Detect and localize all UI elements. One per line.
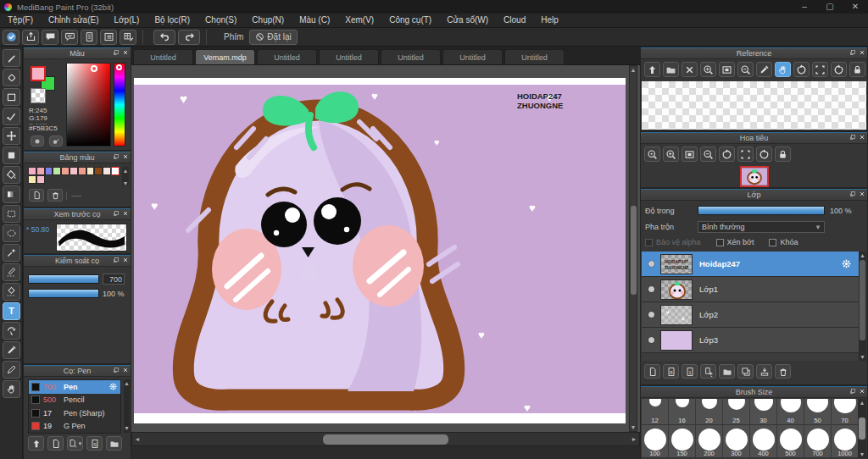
close-icon[interactable] bbox=[859, 49, 865, 56]
menu-item-4[interactable]: Chọn(S) bbox=[198, 14, 244, 27]
layer-row-lớp3[interactable]: Lớp3 bbox=[642, 328, 859, 353]
navigator-zoom-out-button[interactable] bbox=[700, 147, 716, 162]
menu-item-8[interactable]: Công cụ(T) bbox=[381, 14, 439, 27]
toolbar-list-settings-button[interactable] bbox=[100, 30, 117, 45]
menu-item-2[interactable]: Lớp(L) bbox=[107, 14, 147, 27]
navigator-zoom-fit-button[interactable] bbox=[682, 147, 698, 162]
reference-rotate-cw-button[interactable] bbox=[831, 62, 847, 77]
popout-icon[interactable] bbox=[849, 49, 856, 56]
reset-button[interactable]: Đặt lại bbox=[249, 30, 297, 45]
brush-size-12[interactable]: 12 bbox=[642, 399, 669, 424]
brush-size-16[interactable]: 16 bbox=[669, 399, 696, 424]
popout-icon[interactable] bbox=[849, 388, 856, 395]
toolbar-grid-edit-button[interactable] bbox=[120, 30, 136, 45]
popout-icon[interactable] bbox=[113, 49, 120, 56]
reference-close-button[interactable] bbox=[682, 62, 698, 77]
navigator-thumbnail[interactable] bbox=[740, 166, 769, 187]
brush-list-scrollbar[interactable]: ▲▼ bbox=[124, 379, 130, 433]
tool-lasso[interactable] bbox=[3, 224, 20, 242]
foreground-color-swatch[interactable] bbox=[31, 66, 46, 81]
brush-size-50[interactable]: 50 bbox=[804, 399, 832, 424]
palette-new-button[interactable] bbox=[29, 189, 44, 202]
layer-visibility-toggle[interactable] bbox=[642, 312, 660, 318]
reference-upload-button[interactable] bbox=[644, 62, 660, 77]
layer-row-hoidap247[interactable]: HOIDAP247ZHUONGNEHoidap247 bbox=[642, 252, 859, 277]
navigator-zoom-actual-button[interactable] bbox=[644, 147, 660, 162]
minimize-button[interactable]: – bbox=[792, 0, 817, 14]
brush-size-300[interactable]: 300 bbox=[723, 425, 750, 457]
palette-swatch[interactable] bbox=[36, 167, 45, 175]
palette-swatch[interactable] bbox=[94, 167, 103, 175]
horizontal-scrollbar[interactable]: ◄ ► bbox=[131, 432, 640, 446]
document-tab-4[interactable]: Untitled bbox=[381, 49, 441, 64]
popout-icon[interactable] bbox=[113, 367, 120, 373]
layer-scrollbar[interactable]: ▲▼ bbox=[859, 252, 866, 361]
brush-size-25[interactable]: 25 bbox=[723, 399, 750, 424]
tool-select[interactable] bbox=[3, 205, 20, 223]
tool-hand[interactable] bbox=[3, 380, 20, 398]
close-icon[interactable] bbox=[122, 49, 129, 56]
close-button[interactable]: ✕ bbox=[843, 0, 868, 14]
tool-select-pen[interactable] bbox=[3, 263, 20, 281]
palette-swatch[interactable] bbox=[36, 175, 45, 184]
close-icon[interactable] bbox=[859, 191, 865, 197]
brush-size-700[interactable]: 700 bbox=[804, 425, 832, 457]
checkbox-box[interactable] bbox=[769, 239, 776, 246]
menu-item-7[interactable]: Xem(V) bbox=[337, 14, 381, 27]
sv-marker[interactable] bbox=[91, 65, 97, 72]
layer-row-lớp1[interactable]: Lớp1 bbox=[642, 277, 859, 302]
navigator-rotate-cw-button[interactable] bbox=[756, 147, 772, 162]
color-mix-button[interactable] bbox=[31, 135, 44, 147]
checkbox-b-o-v-alpha[interactable]: Bảo vệ alpha bbox=[645, 238, 701, 246]
menu-item-3[interactable]: Bộ lọc(R) bbox=[147, 14, 198, 27]
tool-rectangle[interactable] bbox=[3, 88, 20, 106]
popout-icon[interactable] bbox=[849, 191, 856, 197]
tool-div-tool[interactable] bbox=[3, 361, 20, 379]
hue-marker[interactable] bbox=[116, 64, 122, 70]
brush-size-value[interactable]: 700 bbox=[103, 274, 125, 285]
layer-visibility-toggle[interactable] bbox=[642, 337, 660, 343]
palette-swatch[interactable] bbox=[61, 167, 70, 175]
brush-item-pen[interactable]: 700Pen bbox=[29, 380, 120, 394]
layer-opacity-slider[interactable] bbox=[698, 206, 825, 215]
tool-magic-wand[interactable] bbox=[3, 244, 20, 262]
menu-item-9[interactable]: Cửa sổ(W) bbox=[439, 14, 496, 27]
toolbar-redo-button[interactable] bbox=[178, 30, 200, 45]
reference-zoom-fit-button[interactable] bbox=[719, 62, 735, 77]
document-tab-6[interactable]: Untitled bbox=[504, 49, 565, 64]
tool-gradient[interactable] bbox=[3, 185, 20, 203]
menu-item-11[interactable]: Help bbox=[533, 14, 566, 27]
brush-size-slider[interactable] bbox=[28, 274, 99, 284]
navigator-fit-screen-button[interactable] bbox=[737, 147, 754, 162]
brush-footer-upload-button[interactable] bbox=[28, 436, 44, 451]
menu-item-10[interactable]: Cloud bbox=[496, 14, 533, 27]
layer-footer-folder-button[interactable] bbox=[719, 364, 735, 379]
reference-zoom-out-button[interactable] bbox=[737, 62, 754, 77]
brush-footer-script-page-button[interactable]: S bbox=[86, 436, 103, 451]
reference-zoom-in-button[interactable] bbox=[700, 62, 716, 77]
navigator-rotate-ccw-button[interactable] bbox=[719, 147, 735, 162]
document-tab-2[interactable]: Untitled bbox=[257, 49, 317, 64]
toolbar-cloud-save-button[interactable] bbox=[3, 30, 19, 45]
layer-footer-new-page-button[interactable] bbox=[644, 364, 660, 379]
palette-trash-button[interactable] bbox=[47, 189, 63, 202]
document-tab-5[interactable]: Untitled bbox=[442, 49, 503, 64]
document-tab-1[interactable]: Vemam.mdp bbox=[195, 49, 255, 64]
popout-icon[interactable] bbox=[849, 134, 856, 141]
brush-size-scrollbar[interactable]: ▲▼ bbox=[858, 399, 866, 458]
palette-swatch[interactable] bbox=[86, 167, 95, 175]
toolbar-comment-button[interactable] bbox=[42, 30, 58, 45]
palette-swatch[interactable] bbox=[28, 167, 36, 175]
layer-visibility-toggle[interactable] bbox=[642, 286, 660, 292]
tool-pen[interactable] bbox=[3, 49, 20, 67]
checkbox-box[interactable] bbox=[645, 239, 653, 246]
gear-icon[interactable] bbox=[841, 258, 852, 269]
popout-icon[interactable] bbox=[113, 257, 120, 263]
tool-move[interactable] bbox=[3, 127, 20, 145]
document-tab-3[interactable]: Untitled bbox=[319, 49, 379, 64]
layer-footer-duplicate-button[interactable] bbox=[737, 364, 754, 379]
palette-swatch[interactable] bbox=[70, 167, 78, 175]
tool-shape[interactable] bbox=[3, 147, 20, 164]
gear-icon[interactable] bbox=[108, 382, 118, 391]
color-pick-button[interactable] bbox=[49, 135, 63, 147]
